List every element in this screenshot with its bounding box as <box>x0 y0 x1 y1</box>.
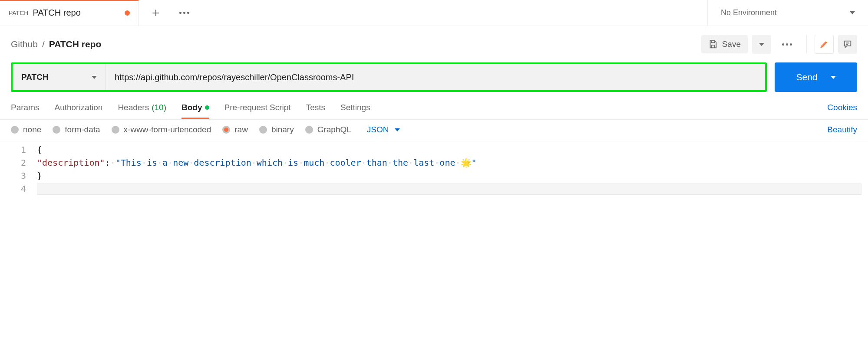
code-content: { <box>37 144 42 157</box>
editor-line: 3 } <box>7 170 861 183</box>
unsaved-indicator-icon <box>125 10 130 16</box>
send-label: Send <box>796 72 817 82</box>
breadcrumb-current: PATCH repo <box>49 39 102 49</box>
editor-line: 1 { <box>7 144 861 157</box>
radio-icon <box>112 126 119 134</box>
documentation-edit-button[interactable] <box>815 35 834 54</box>
cookies-link[interactable]: Cookies <box>827 103 857 112</box>
top-bar: PATCH PATCH repo + No Environment <box>0 0 868 26</box>
line-number: 4 <box>7 183 37 197</box>
new-tab-button[interactable]: + <box>152 6 160 20</box>
save-button[interactable]: Save <box>701 35 748 53</box>
tab-prerequest[interactable]: Pre-request Script <box>224 97 291 118</box>
radio-icon <box>305 126 313 134</box>
body-active-indicator-icon <box>205 105 209 110</box>
breadcrumb-separator: / <box>42 39 45 49</box>
tab-actions: + <box>139 0 202 26</box>
chevron-down-icon <box>92 76 97 79</box>
tab-authorization[interactable]: Authorization <box>54 97 102 118</box>
request-body-editor[interactable]: 1 { 2 "description":·"This·is·a·new·desc… <box>0 140 868 201</box>
divider <box>806 35 807 53</box>
more-icon <box>179 12 189 14</box>
comment-icon <box>843 39 852 49</box>
tab-headers[interactable]: Headers (10) <box>118 97 166 118</box>
headers-count: (10) <box>152 103 166 112</box>
body-type-binary[interactable]: binary <box>259 125 294 134</box>
more-icon <box>782 43 792 46</box>
radio-selected-icon <box>222 126 230 134</box>
body-type-raw[interactable]: raw <box>222 125 248 134</box>
body-type-formdata[interactable]: form-data <box>53 125 100 134</box>
body-type-row: none form-data x-www-form-urlencoded raw… <box>0 120 868 140</box>
tab-name: PATCH repo <box>33 8 80 18</box>
send-button[interactable]: Send <box>775 62 857 92</box>
header-actions: Save <box>701 35 857 54</box>
body-type-none[interactable]: none <box>11 125 41 134</box>
pencil-icon <box>819 39 829 49</box>
editor-line: 2 "description":·"This·is·a·new·descript… <box>7 157 861 170</box>
cursor-line <box>37 183 861 195</box>
tab-more-button[interactable] <box>179 12 189 14</box>
url-input[interactable] <box>106 64 765 90</box>
comments-button[interactable] <box>838 35 857 54</box>
method-label: PATCH <box>21 72 49 82</box>
header-row: Github / PATCH repo Save <box>0 26 868 62</box>
body-language-selector[interactable]: JSON <box>367 125 400 134</box>
chevron-down-icon <box>850 11 855 14</box>
tab-settings[interactable]: Settings <box>340 97 370 118</box>
tab-body[interactable]: Body <box>182 97 209 118</box>
request-tab[interactable]: PATCH PATCH repo <box>0 0 139 26</box>
tab-tests[interactable]: Tests <box>306 97 325 118</box>
tab-params[interactable]: Params <box>11 97 39 118</box>
request-url-row: PATCH Send <box>0 62 868 92</box>
tab-method: PATCH <box>9 10 28 16</box>
environment-selector[interactable]: No Environment <box>707 0 868 26</box>
url-box: PATCH <box>11 62 767 92</box>
body-type-urlencoded[interactable]: x-www-form-urlencoded <box>112 125 211 134</box>
breadcrumb-parent[interactable]: Github <box>11 39 38 49</box>
line-number: 3 <box>7 170 37 183</box>
save-options-button[interactable] <box>752 35 771 54</box>
radio-icon <box>53 126 60 134</box>
radio-icon <box>259 126 267 134</box>
chevron-down-icon <box>759 43 764 46</box>
code-content: "description":·"This·is·a·new·descriptio… <box>37 157 477 170</box>
line-number: 1 <box>7 144 37 157</box>
save-icon <box>708 39 718 49</box>
environment-label: No Environment <box>721 8 777 17</box>
breadcrumb: Github / PATCH repo <box>11 39 101 49</box>
line-number: 2 <box>7 157 37 170</box>
active-tab-indicator <box>0 0 139 1</box>
request-more-button[interactable] <box>782 43 792 46</box>
method-selector[interactable]: PATCH <box>13 64 106 90</box>
request-tabs: Params Authorization Headers (10) Body P… <box>0 95 868 120</box>
body-type-graphql[interactable]: GraphQL <box>305 125 351 134</box>
beautify-button[interactable]: Beautify <box>827 125 857 134</box>
chevron-down-icon <box>395 128 400 131</box>
editor-line: 4 <box>7 183 861 197</box>
chevron-down-icon <box>831 76 836 79</box>
save-label: Save <box>722 39 741 49</box>
code-content: } <box>37 170 42 183</box>
radio-icon <box>11 126 19 134</box>
